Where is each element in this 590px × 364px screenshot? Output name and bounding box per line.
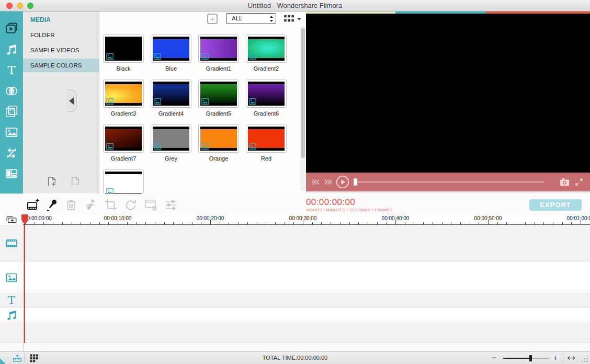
track-header-divider (23, 225, 24, 351)
video-track-icon[interactable] (5, 237, 18, 249)
adjust-button[interactable] (164, 198, 178, 212)
ruler-tick (53, 222, 53, 224)
filter-dropdown[interactable]: ALL (226, 13, 276, 24)
sample-label: Orange (198, 155, 239, 162)
record-voiceover-button[interactable] (46, 198, 59, 212)
sample-thumbnail-grey[interactable] (151, 124, 191, 153)
sample-thumbnail-white[interactable] (103, 169, 144, 194)
export-button[interactable]: EXPORT (529, 199, 582, 211)
media-category-sample-colors[interactable]: SAMPLE COLORS (23, 59, 99, 72)
fit-timeline-icon[interactable] (567, 354, 576, 362)
seek-bar[interactable] (356, 181, 544, 183)
ruler-tick (43, 222, 44, 224)
skip-previous-button[interactable] (311, 177, 321, 187)
ruler-tick (433, 222, 433, 224)
sample-thumbnail-gradient1[interactable] (198, 35, 239, 63)
snapshot-camera-button[interactable] (559, 177, 570, 187)
ruler-tick (247, 222, 248, 224)
ruler-tick (321, 222, 322, 224)
rotate-icon (124, 198, 138, 212)
sample-thumbnail-gradient3[interactable] (103, 79, 144, 108)
media-category-folder[interactable]: FOLDER (23, 28, 99, 42)
sidebar-item-music[interactable] (5, 43, 18, 56)
media-library-icon (5, 22, 18, 36)
ruler-tick (293, 222, 294, 224)
zoom-out-button[interactable]: − (492, 353, 497, 362)
sample-thumbnail-gradient5[interactable] (198, 79, 239, 108)
library-scrollbar-thumb[interactable] (301, 28, 305, 158)
advanced-settings-button[interactable] (144, 198, 158, 212)
add-media-button[interactable]: + (207, 14, 218, 24)
ruler-tick (99, 222, 100, 224)
timeline-ruler[interactable]: 00:00:00:0000:00:10:0000:00:20:0000:00:3… (23, 214, 590, 225)
ruler-tick (506, 222, 507, 224)
zoom-slider-handle[interactable] (529, 355, 532, 361)
upper-section: T MEDIA FOLDERSAMPLE VIDEOSSAMPLE COLORS… (0, 12, 590, 194)
image-thumb-icon (106, 143, 114, 150)
collapse-panel-button[interactable] (66, 89, 77, 112)
sidebar-item-transitions[interactable] (5, 84, 18, 98)
rotate-button[interactable] (124, 198, 138, 212)
media-panel-header: MEDIA (23, 12, 99, 27)
thumbnail-frame (105, 37, 142, 61)
timeline-zoom-slider[interactable] (503, 358, 549, 359)
sample-thumbnail-black[interactable] (103, 35, 144, 63)
sidebar-item-elements[interactable] (5, 105, 18, 118)
video-track-row[interactable] (0, 225, 590, 261)
ruler-tick (460, 222, 461, 224)
preview-panel (306, 12, 590, 194)
pip-track-icon[interactable] (5, 271, 18, 284)
power-tool-button[interactable] (84, 198, 97, 212)
timeline-scroll-area[interactable] (0, 343, 590, 351)
ruler-tick (173, 222, 174, 224)
ruler-tick (183, 222, 183, 224)
empty-track-row[interactable] (0, 323, 590, 343)
music-note-icon (5, 309, 18, 322)
ruler-timestamp: 00:01:00:00 (567, 215, 590, 221)
audio-track-row[interactable] (0, 308, 590, 322)
dropdown-stepper-icon (269, 15, 274, 22)
chevron-down-icon[interactable] (297, 18, 301, 20)
crop-button[interactable] (104, 198, 118, 212)
remove-file-button[interactable] (70, 175, 81, 188)
audio-track-icon[interactable] (5, 309, 18, 322)
sample-label: Gradient4 (151, 110, 191, 117)
titles-track-icon[interactable]: T (5, 293, 18, 306)
fullscreen-button[interactable] (574, 177, 584, 187)
delete-button[interactable] (64, 198, 78, 212)
ruler-tick (62, 222, 63, 224)
add-track-icon[interactable] (6, 215, 17, 224)
add-to-timeline-button[interactable] (26, 198, 40, 212)
add-file-button[interactable] (46, 175, 58, 188)
resize-grip-icon[interactable] (581, 355, 589, 363)
sidebar-item-split-screen[interactable] (5, 167, 18, 180)
sample-thumbnail-orange[interactable] (198, 124, 239, 153)
media-category-sample-videos[interactable]: SAMPLE VIDEOS (23, 43, 99, 57)
sample-thumbnail-gradient6[interactable] (246, 79, 287, 108)
pip-track-row[interactable] (0, 262, 590, 292)
sidebar-item-import-export[interactable] (5, 146, 18, 160)
play-button[interactable] (336, 175, 349, 189)
thumbnail-frame (200, 82, 237, 106)
sample-thumbnail-red[interactable] (246, 124, 287, 153)
sample-thumbnail-gradient4[interactable] (151, 79, 191, 108)
image-thumb-icon (154, 143, 161, 150)
sidebar-item-media[interactable] (5, 22, 18, 36)
ruler-timestamp: 00:00:40:00 (382, 215, 410, 221)
image-thumb-icon (154, 53, 161, 60)
sidebar-item-text[interactable]: T (5, 63, 18, 77)
ruler-tick (377, 222, 378, 224)
grid-view-button[interactable] (283, 15, 295, 23)
sample-thumbnail-gradient2[interactable] (246, 35, 287, 63)
image-thumb-icon (201, 53, 209, 60)
seek-handle[interactable] (354, 178, 357, 186)
sample-thumbnail-gradient7[interactable] (103, 124, 144, 153)
sidebar-item-pip[interactable] (5, 126, 18, 139)
titles-track-row[interactable] (0, 293, 590, 308)
skip-next-button[interactable] (323, 177, 333, 187)
thumbnail-frame (200, 127, 237, 151)
sample-thumbnail-blue[interactable] (151, 35, 191, 63)
zoom-in-button[interactable]: + (553, 354, 558, 362)
picture-icon (5, 271, 18, 284)
ruler-tick (312, 222, 313, 224)
